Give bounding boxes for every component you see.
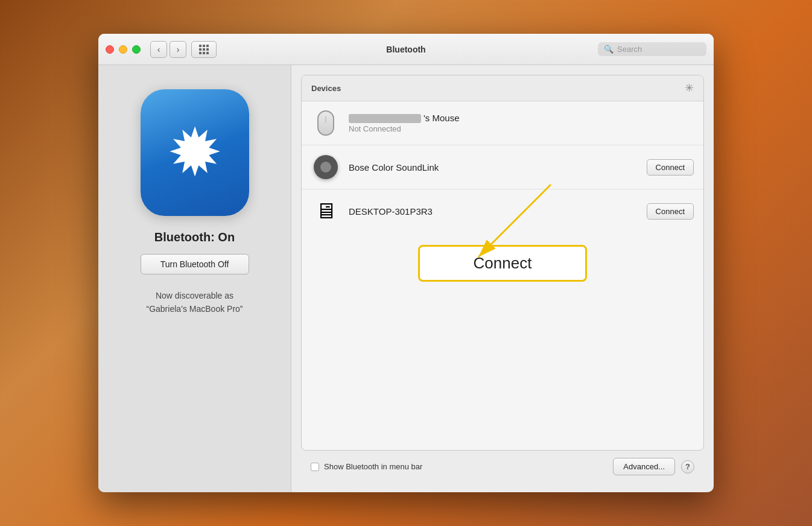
mouse-icon [317, 110, 334, 136]
back-icon: ‹ [157, 45, 160, 54]
show-bluetooth-checkbox[interactable] [311, 463, 319, 471]
highlighted-connect-button[interactable]: Connect [418, 245, 587, 282]
left-panel: ✹ Bluetooth: On Turn Bluetooth Off Now d… [98, 65, 291, 492]
close-button[interactable] [106, 45, 114, 54]
desktop-device-info: DESKTOP-301P3R3 [349, 206, 638, 217]
bose-connect-button[interactable]: Connect [647, 159, 694, 176]
right-panel: Devices ✳ 's Mouse Not Connected [291, 65, 714, 492]
mouse-device-name: 's Mouse [349, 113, 694, 124]
bluetooth-preferences-window: ‹ › Bluetooth 🔍 Search ✹ Bluetooth: On [98, 34, 714, 492]
device-row-bose: Bose Color SoundLink Connect [302, 145, 703, 189]
help-button[interactable]: ? [681, 460, 694, 474]
speaker-icon [314, 155, 338, 179]
device-row-mouse: 's Mouse Not Connected [302, 101, 703, 145]
back-button[interactable]: ‹ [150, 41, 167, 58]
bose-device-name: Bose Color SoundLink [349, 162, 638, 173]
discoverable-line1: Now discoverable as [156, 291, 233, 300]
discoverable-text: Now discoverable as “Gabriela’s MacBook … [146, 289, 243, 316]
grid-icon [199, 45, 209, 54]
discoverable-device-name: “Gabriela’s MacBook Pro” [146, 304, 243, 314]
mouse-device-info: 's Mouse Not Connected [349, 113, 694, 134]
bluetooth-icon: ✹ [167, 119, 223, 186]
speaker-device-icon [311, 153, 340, 182]
traffic-lights [106, 45, 141, 54]
search-box[interactable]: 🔍 Search [598, 42, 706, 56]
bluetooth-status-label: Bluetooth: On [154, 230, 235, 244]
blurred-name [349, 114, 421, 123]
checkbox-container: Show Bluetooth in menu bar [311, 462, 607, 471]
checkbox-label: Show Bluetooth in menu bar [324, 462, 422, 471]
turn-bluetooth-off-button[interactable]: Turn Bluetooth Off [141, 254, 249, 274]
desktop-device-name: DESKTOP-301P3R3 [349, 206, 638, 217]
desktop-icon: 🖥 [315, 200, 337, 222]
bottom-bar: Show Bluetooth in menu bar Advanced... ? [301, 451, 704, 483]
minimize-button[interactable] [119, 45, 127, 54]
main-content: ✹ Bluetooth: On Turn Bluetooth Off Now d… [98, 65, 714, 492]
device-row-desktop: 🖥 DESKTOP-301P3R3 Connect [302, 189, 703, 233]
mouse-device-icon [311, 109, 340, 138]
search-placeholder: Search [617, 45, 642, 54]
titlebar: ‹ › Bluetooth 🔍 Search [98, 34, 714, 65]
devices-title: Devices [311, 84, 341, 93]
mouse-device-status: Not Connected [349, 124, 694, 133]
nav-buttons: ‹ › [150, 41, 186, 58]
forward-icon: › [177, 45, 180, 54]
annotation-area: Connect [302, 245, 703, 282]
bose-device-info: Bose Color SoundLink [349, 162, 638, 173]
maximize-button[interactable] [132, 45, 141, 54]
desktop-connect-button[interactable]: Connect [647, 203, 694, 220]
bluetooth-logo: ✹ [141, 89, 249, 216]
advanced-button[interactable]: Advanced... [613, 458, 675, 475]
window-title: Bluetooth [386, 45, 425, 54]
devices-header: Devices ✳ [302, 75, 703, 101]
device-list: 's Mouse Not Connected Bose Color SoundL… [302, 101, 703, 233]
loading-spinner: ✳ [685, 81, 694, 95]
desktop-device-icon: 🖥 [311, 197, 340, 226]
forward-button[interactable]: › [170, 41, 186, 58]
search-icon: 🔍 [604, 45, 614, 54]
grid-view-button[interactable] [191, 41, 217, 58]
devices-section: Devices ✳ 's Mouse Not Connected [301, 75, 704, 451]
